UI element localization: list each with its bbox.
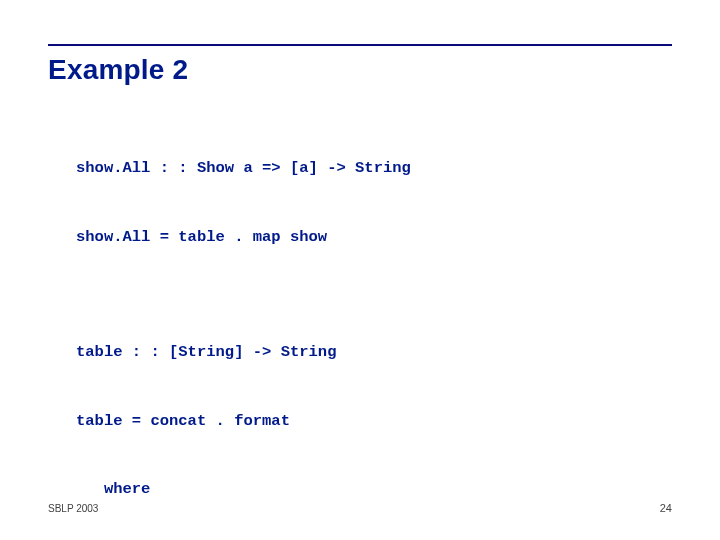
code-line: table = concat . format — [76, 414, 672, 430]
code-line: where — [76, 482, 672, 498]
blank-line — [76, 298, 672, 314]
slide-title: Example 2 — [48, 54, 188, 86]
code-line: show.All : : Show a => [a] -> String — [76, 161, 672, 177]
slide-number: 24 — [660, 502, 672, 514]
code-block: show.All : : Show a => [a] -> String sho… — [76, 130, 672, 540]
top-rule — [48, 44, 672, 46]
code-line: table : : [String] -> String — [76, 345, 672, 361]
slide: Example 2 show.All : : Show a => [a] -> … — [0, 0, 720, 540]
code-line: show.All = table . map show — [76, 230, 672, 246]
footer-left: SBLP 2003 — [48, 503, 98, 514]
